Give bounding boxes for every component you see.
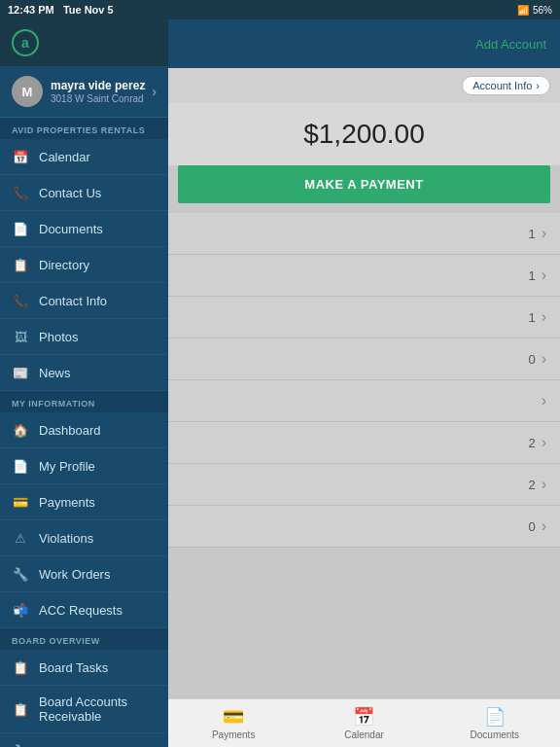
sidebar-item-directory[interactable]: 📋 Directory [0, 247, 168, 283]
sidebar-item-label: My Profile [39, 459, 95, 474]
calendar-icon: 📅 [12, 148, 29, 165]
acc-requests-icon: 📬 [12, 601, 29, 619]
app-logo: a [12, 29, 39, 56]
balance-section: $1,200.00 [168, 103, 560, 165]
sidebar-item-acc-review[interactable]: 🔧 ACC Review [0, 733, 168, 747]
wifi-icon: 📶 [517, 5, 529, 16]
list-row[interactable]: 0 › [168, 506, 560, 548]
content-scroll: Account Info › $1,200.00 MAKE A PAYMENT … [168, 68, 560, 698]
sidebar-item-calendar[interactable]: 📅 Calendar [0, 139, 168, 175]
sidebar-item-news[interactable]: 📰 News [0, 355, 168, 391]
chevron-right-icon: › [542, 308, 546, 326]
tab-calendar-label: Calendar [344, 729, 384, 740]
sidebar-item-contact-info[interactable]: 📞 Contact Info [0, 283, 168, 319]
chevron-right-icon: › [542, 517, 546, 535]
list-row-value: 2 [528, 436, 535, 450]
chevron-right-icon: › [542, 350, 546, 368]
section-avid-label: AVID PROPERTIES RENTALS [0, 118, 168, 139]
sidebar-logo: a [0, 19, 168, 66]
photos-icon: 🖼 [12, 328, 29, 345]
sidebar-item-work-orders[interactable]: 🔧 Work Orders [0, 556, 168, 592]
user-chevron-icon: › [152, 84, 157, 99]
chevron-right-icon: › [542, 392, 546, 409]
list-row[interactable]: 0 › [168, 338, 560, 380]
sidebar-item-label: News [39, 366, 71, 380]
user-address: 3018 W Saint Conrad [51, 93, 145, 104]
list-row-value: 1 [528, 227, 535, 241]
tab-calendar[interactable]: 📅 Calendar [298, 699, 429, 747]
content-area: Add Account Account Info › $1,200.00 MAK… [168, 19, 560, 747]
tab-documents[interactable]: 📄 Documents [430, 699, 560, 747]
chevron-right-icon: › [542, 434, 546, 451]
sidebar-item-dashboard[interactable]: 🏠 Dashboard [0, 412, 168, 448]
sidebar-item-label: Board Tasks [39, 660, 108, 675]
tab-payments[interactable]: 💳 Payments [168, 699, 298, 747]
list-row-value: 1 [528, 268, 535, 283]
violations-icon: ⚠ [12, 529, 29, 547]
list-row-value: 0 [528, 519, 535, 534]
contact-info-icon: 📞 [12, 292, 29, 309]
phone-icon: 📞 [12, 184, 29, 201]
sidebar-item-label: ACC Requests [39, 603, 122, 618]
sidebar-item-board-tasks[interactable]: 📋 Board Tasks [0, 650, 168, 686]
tab-bar: 💳 Payments 📅 Calendar 📄 Documents [168, 698, 560, 747]
news-icon: 📰 [12, 364, 29, 381]
balance-amount: $1,200.00 [178, 119, 550, 150]
tab-documents-label: Documents [471, 729, 520, 740]
tab-payments-label: Payments [212, 729, 255, 740]
section-myinfo-label: MY INFORMATION [0, 391, 168, 412]
acc-review-icon: 🔧 [12, 742, 29, 747]
list-row[interactable]: 1 › [168, 297, 560, 338]
sidebar-item-photos[interactable]: 🖼 Photos [0, 319, 168, 355]
list-row[interactable]: 1 › [168, 255, 560, 297]
list-items-section: 1 › 1 › 1 › [168, 213, 560, 548]
user-profile-row[interactable]: M mayra vide perez 3018 W Saint Conrad › [0, 66, 168, 118]
sidebar-item-my-profile[interactable]: 📄 My Profile [0, 448, 168, 484]
list-row[interactable]: 2 › [168, 422, 560, 464]
list-row[interactable]: › [168, 380, 560, 422]
sidebar-item-label: Calendar [39, 150, 90, 164]
directory-icon: 📋 [12, 256, 29, 273]
chevron-right-icon: › [542, 225, 546, 242]
sidebar-item-label: Violations [39, 531, 93, 546]
payments-tab-icon: 💳 [223, 706, 244, 728]
sidebar-item-label: Payments [39, 495, 95, 510]
board-ar-icon: 📋 [12, 700, 29, 718]
sidebar-item-label: Contact Info [39, 294, 107, 308]
dashboard-icon: 🏠 [12, 421, 29, 439]
chevron-right-icon: › [542, 267, 546, 284]
sidebar-item-label: Dashboard [39, 423, 101, 438]
make-payment-button[interactable]: MAKE A PAYMENT [178, 165, 550, 203]
add-account-button[interactable]: Add Account [475, 37, 546, 52]
list-row-value: 0 [528, 352, 535, 367]
sidebar: a M mayra vide perez 3018 W Saint Conrad… [0, 19, 168, 747]
chevron-right-icon: › [542, 476, 546, 493]
sidebar-item-payments[interactable]: 💳 Payments [0, 484, 168, 520]
sidebar-item-contact-us[interactable]: 📞 Contact Us [0, 175, 168, 211]
section-board-label: BOARD OVERVIEW [0, 628, 168, 650]
payments-icon: 💳 [12, 493, 29, 511]
board-tasks-icon: 📋 [12, 658, 29, 676]
work-orders-icon: 🔧 [12, 565, 29, 583]
sidebar-item-label: Documents [39, 222, 103, 236]
list-row-value: 2 [528, 478, 535, 492]
battery-indicator: 56% [533, 5, 552, 16]
sidebar-item-acc-requests[interactable]: 📬 ACC Requests [0, 592, 168, 628]
list-row[interactable]: 2 › [168, 464, 560, 506]
user-name: mayra vide perez [51, 79, 145, 92]
sidebar-item-label: Directory [39, 258, 89, 272]
sidebar-item-label: Work Orders [39, 567, 110, 582]
sidebar-item-violations[interactable]: ⚠ Violations [0, 520, 168, 556]
list-row[interactable]: 1 › [168, 213, 560, 255]
status-bar: 12:43 PM Tue Nov 5 📶 56% [0, 0, 560, 19]
account-info-button[interactable]: Account Info › [462, 76, 550, 95]
sidebar-item-label: ACC Review [39, 744, 111, 748]
sidebar-item-label: Board Accounts Receivable [39, 694, 157, 724]
document-icon: 📄 [12, 220, 29, 237]
calendar-tab-icon: 📅 [353, 706, 374, 728]
sidebar-item-board-ar[interactable]: 📋 Board Accounts Receivable [0, 686, 168, 733]
sidebar-item-documents[interactable]: 📄 Documents [0, 211, 168, 247]
status-time: 12:43 PM Tue Nov 5 [8, 4, 114, 16]
account-info-chevron-icon: › [536, 80, 540, 91]
account-info-row: Account Info › [168, 68, 560, 103]
